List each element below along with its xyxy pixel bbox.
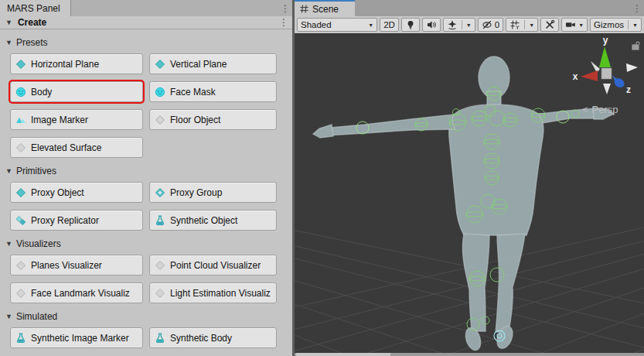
preset-button-horizontal-plane[interactable]: Horizontal Plane (10, 53, 143, 74)
preset-button-synthetic-image-marker[interactable]: Synthetic Image Marker (10, 327, 143, 348)
section-foldout-visualizers[interactable]: ▼Visualizers (5, 238, 292, 250)
tab-mars-panel[interactable]: MARS Panel (0, 0, 71, 16)
face-icon (155, 87, 165, 98)
preset-button-label: Proxy Object (31, 187, 84, 198)
preset-button-point-cloud-visualizer[interactable]: Point Cloud Visualizer (149, 255, 277, 276)
mars-panel: MARS Panel ⋮ ▼ Create ⋮ ▼PresetsHorizont… (0, 0, 292, 356)
preset-button-synthetic-body[interactable]: Synthetic Body (149, 327, 277, 348)
scene-audio-toggle[interactable] (422, 18, 441, 32)
section-grid-visualizers: Planes VisualizerPoint Cloud VisualizerF… (10, 255, 292, 303)
simulated-body-model[interactable] (313, 56, 614, 352)
preset-button-planes-visualizer[interactable]: Planes Visualizer (10, 255, 143, 276)
scene-toolbar: Shaded ▼ 2D (295, 16, 644, 34)
gizmos-dropdown[interactable]: Gizmos ▼ (590, 18, 642, 32)
preset-button-proxy-replicator[interactable]: Proxy Replicator (10, 210, 143, 231)
preset-button-label: Face Mask (170, 87, 216, 98)
preset-button-synthetic-object[interactable]: Synthetic Object (149, 210, 277, 231)
section-grid-presets: Horizontal PlaneVertical PlaneBodyFace M… (10, 53, 292, 158)
unity-editor-window: MARS Panel ⋮ ▼ Create ⋮ ▼PresetsHorizont… (0, 0, 644, 356)
projection-mode-label[interactable]: < Persp (582, 104, 618, 115)
axis-label-z: z (626, 84, 631, 95)
orientation-gizmo[interactable]: y x z (573, 35, 639, 95)
speaker-icon (426, 19, 437, 30)
scene-effects-dropdown[interactable]: ▼ (443, 18, 475, 32)
section-label-text: Primitives (16, 166, 56, 176)
section-label-text: Presets (16, 37, 48, 48)
diamond-gray-icon (155, 260, 165, 271)
axis-cone-white-right (626, 63, 638, 72)
toggle-2d-button[interactable]: 2D (380, 18, 399, 32)
scene-3d-canvas[interactable]: y x z (295, 34, 644, 353)
camera-icon (565, 19, 576, 30)
persp-arrow-icon: < (582, 104, 588, 115)
preset-button-vertical-plane[interactable]: Vertical Plane (149, 53, 277, 74)
grid-visibility-dropdown[interactable]: ▼ (506, 18, 538, 32)
preset-button-body[interactable]: Body (10, 81, 143, 102)
mars-panel-menu-kebab-icon[interactable]: ⋮ (278, 0, 292, 16)
scene-menu-kebab-icon[interactable]: ⋮ (630, 0, 644, 16)
preset-button-label: Planes Visualizer (31, 260, 102, 271)
preset-button-proxy-object[interactable]: Proxy Object (10, 182, 143, 203)
preset-button-label: Proxy Replicator (31, 215, 99, 226)
section-grid-simulated: Synthetic Image MarkerSynthetic Body (10, 327, 292, 348)
chevron-down-icon: ▼ (578, 22, 584, 28)
shading-mode-label: Shaded (301, 20, 332, 29)
preset-button-proxy-group[interactable]: Proxy Group (149, 182, 277, 203)
image-marker-icon (15, 115, 26, 125)
preset-button-image-marker[interactable]: Image Marker (10, 109, 143, 130)
create-menu-kebab-icon[interactable]: ⋮ (277, 17, 291, 28)
scene-grid-icon (300, 5, 308, 13)
gizmo-lock-icon[interactable] (632, 42, 639, 50)
horizontal-scrollbar[interactable] (295, 353, 644, 356)
toolbar-separator (524, 20, 525, 29)
preset-button-label: Synthetic Image Marker (31, 333, 129, 344)
chevron-down-icon: ▼ (529, 22, 534, 28)
preset-button-label: Vertical Plane (170, 59, 227, 70)
scene-lighting-toggle[interactable] (401, 18, 420, 32)
gizmos-label: Gizmos (594, 20, 624, 29)
diamond-teal-icon (155, 59, 165, 70)
create-header[interactable]: ▼ Create ⋮ (0, 16, 292, 29)
scrollbar-thumb[interactable] (296, 353, 390, 356)
preset-button-face-landmark-visualiz[interactable]: Face Landmark Visualiz (10, 282, 143, 303)
mars-panel-tabbar: MARS Panel ⋮ (0, 0, 292, 16)
flask-icon (15, 333, 26, 344)
axis-label-x: x (573, 71, 578, 82)
section-grid-primitives: Proxy ObjectProxy GroupProxy ReplicatorS… (10, 182, 292, 231)
preset-button-label: Elevated Surface (31, 142, 101, 153)
section-foldout-simulated[interactable]: ▼Simulated (5, 310, 292, 323)
section-foldout-primitives[interactable]: ▼Primitives (5, 165, 292, 177)
foldout-triangle-icon: ▼ (5, 241, 12, 248)
preset-button-label: Proxy Group (170, 187, 222, 198)
diamond-gray-icon (15, 288, 26, 299)
tab-scene[interactable]: Scene (295, 0, 355, 16)
scene-viewport[interactable]: y x z < Persp (295, 34, 644, 353)
proxy-replicator-icon (15, 215, 26, 226)
axis-cone-y-green (599, 46, 611, 67)
eye-slash-icon (482, 19, 492, 30)
scene-panel: Scene ⋮ Shaded ▼ 2D (295, 0, 644, 356)
preset-button-light-estimation-visualiz[interactable]: Light Estimation Visualiz (149, 282, 277, 303)
scene-camera-dropdown[interactable]: ▼ (561, 18, 588, 32)
section-foldout-presets[interactable]: ▼Presets (5, 36, 292, 49)
diamond-teal-icon (15, 187, 26, 198)
diamond-gray-icon (15, 260, 26, 271)
preset-button-label: Body (31, 87, 52, 98)
preset-button-elevated-surface[interactable]: Elevated Surface (10, 137, 143, 158)
foldout-triangle-icon: ▼ (5, 168, 12, 175)
grid-snap-icon (509, 19, 520, 30)
axis-cone-x-red (581, 70, 598, 81)
toolbar-separator (462, 20, 462, 29)
shading-mode-dropdown[interactable]: Shaded ▼ (297, 18, 377, 32)
scene-visibility-toggle[interactable]: 0 (478, 18, 503, 32)
preset-button-face-mask[interactable]: Face Mask (149, 81, 277, 102)
component-tools-button[interactable] (540, 18, 559, 32)
body-right-leg (496, 234, 525, 332)
preset-button-floor-object[interactable]: Floor Object (149, 109, 277, 130)
preset-button-label: Synthetic Object (170, 215, 237, 226)
create-header-title: Create (18, 17, 46, 28)
tools-icon (544, 19, 555, 30)
preset-button-label: Face Landmark Visualiz (31, 288, 130, 299)
axis-label-y: y (603, 35, 608, 46)
section-label-text: Visualizers (16, 238, 61, 249)
